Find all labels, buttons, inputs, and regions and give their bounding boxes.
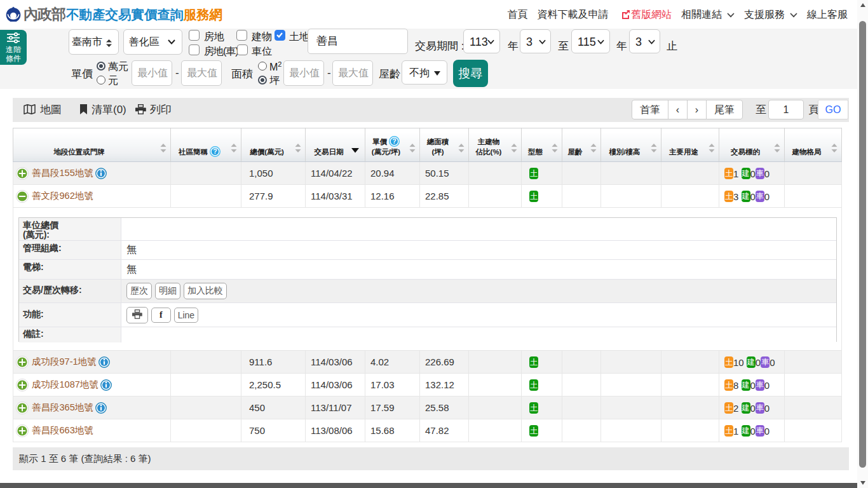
svg-text:?: ?: [213, 147, 217, 155]
svg-text:?: ?: [392, 137, 396, 145]
